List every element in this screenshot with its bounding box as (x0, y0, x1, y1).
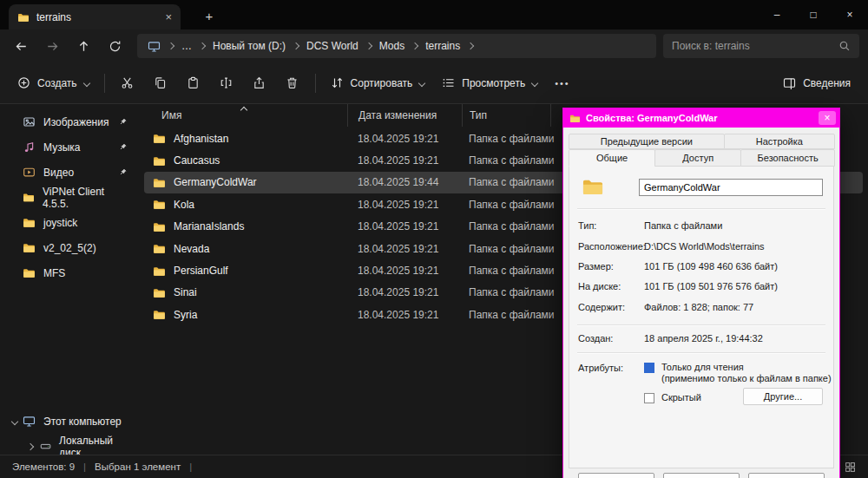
sidebar-item-videos[interactable]: Видео (4, 160, 135, 185)
window-controls: – □ × (759, 0, 868, 29)
sidebar-item-joystick[interactable]: joystick (4, 210, 135, 235)
forward-button[interactable] (36, 33, 68, 59)
file-type: Папка с файлами (462, 154, 555, 167)
breadcrumb-item-terrains[interactable]: terrains (425, 40, 460, 52)
trash-icon (286, 76, 299, 89)
back-icon (15, 40, 28, 53)
cut-button[interactable] (111, 69, 144, 98)
details-pane-icon (783, 76, 796, 89)
explorer-tab[interactable]: terrains × (9, 4, 181, 29)
delete-button[interactable] (276, 69, 309, 98)
sidebar-item-label: Изображения (43, 116, 108, 128)
tab-sharing[interactable]: Доступ (654, 149, 741, 167)
sidebar-item-pictures[interactable]: Изображения (4, 109, 135, 134)
refresh-icon (108, 40, 122, 53)
chevron-down-icon (418, 79, 425, 86)
sort-icon (331, 76, 344, 89)
column-header-type[interactable]: Тип (462, 104, 551, 127)
icons-view-icon[interactable] (845, 462, 856, 473)
file-date: 18.04.2025 19:21 (347, 286, 462, 298)
search-input[interactable]: Поиск в: terrains (663, 34, 859, 58)
copy-button[interactable] (144, 69, 177, 98)
tab-close-button[interactable]: × (165, 11, 172, 23)
cancel-button[interactable]: Отмена (663, 473, 740, 478)
command-bar: Создать Сортировать Просмотреть ••• Свед… (0, 62, 868, 104)
ok-button[interactable]: ОК (578, 473, 654, 478)
tab-security[interactable]: Безопасность (740, 149, 835, 167)
chevron-right-icon[interactable] (27, 442, 34, 449)
copy-icon (154, 76, 167, 89)
sort-label: Сортировать (351, 77, 413, 89)
create-button[interactable]: Создать (9, 69, 98, 96)
dialog-tabs-front-row: Общие Доступ Безопасность (569, 149, 834, 167)
breadcrumb[interactable]: … Новый том (D:) DCS World Mods terrains (137, 34, 656, 58)
refresh-button[interactable] (99, 33, 130, 59)
folder-name-input[interactable] (639, 179, 823, 196)
file-date: 18.04.2025 19:21 (347, 133, 462, 145)
column-header-date[interactable]: Дата изменения (347, 104, 462, 127)
readonly-checkbox[interactable] (644, 363, 654, 373)
paste-button[interactable] (177, 69, 210, 98)
folder-icon (569, 113, 581, 124)
tab-general[interactable]: Общие (569, 149, 655, 167)
ellipsis-icon: ••• (555, 78, 570, 88)
chevron-down-icon (531, 79, 538, 86)
sidebar-item-v2-02-5[interactable]: v2_02_5(2) (4, 235, 135, 260)
folder-icon (153, 154, 166, 167)
details-pane-button[interactable]: Сведения (774, 69, 859, 96)
properties-dialog: Свойства: GermanyColdWar × Предыдущие ве… (562, 108, 840, 478)
sidebar-item-vipnet[interactable]: ViPNet Client 4.5.5. (4, 185, 135, 210)
more-options-button[interactable]: ••• (546, 71, 579, 95)
apply-button[interactable]: Применить (748, 473, 825, 478)
folder-icon (17, 11, 30, 23)
back-button[interactable] (5, 33, 36, 59)
videos-icon (23, 166, 36, 179)
forward-icon (46, 40, 59, 53)
field-value-type: Папка с файлами (644, 220, 722, 231)
chevron-down-icon[interactable] (11, 417, 18, 424)
field-label-size-on-disk: На диске: (578, 281, 621, 291)
chevron-right-icon (467, 43, 474, 49)
tab-previous-versions[interactable]: Предыдущие версии (569, 134, 725, 149)
maximize-button[interactable]: □ (795, 0, 832, 29)
breadcrumb-item-mods[interactable]: Mods (379, 40, 404, 52)
column-label: Тип (470, 109, 487, 121)
file-date: 18.04.2025 19:44 (347, 176, 462, 188)
breadcrumb-item-drive[interactable]: Новый том (D:) (213, 40, 286, 52)
hidden-checkbox[interactable] (644, 393, 654, 403)
separator (577, 324, 825, 326)
field-value-contains: Файлов: 1 828; папок: 77 (644, 302, 753, 312)
share-button[interactable] (243, 69, 276, 98)
toolbar-separator (315, 74, 316, 93)
breadcrumb-item-dcs-world[interactable]: DCS World (306, 40, 358, 52)
breadcrumb-overflow[interactable]: … (181, 40, 192, 52)
up-icon (77, 40, 90, 53)
file-type: Папка с файлами (462, 133, 555, 145)
file-name: Sinai (174, 286, 197, 298)
sort-button[interactable]: Сортировать (322, 69, 434, 96)
folder-icon (153, 242, 166, 255)
tab-customize[interactable]: Настройка (724, 134, 835, 149)
minimize-button[interactable]: – (759, 0, 795, 29)
close-button[interactable]: × (832, 0, 868, 29)
file-type: Папка с файлами (462, 199, 555, 211)
view-button[interactable]: Просмотреть (433, 69, 546, 96)
sidebar-item-music[interactable]: Музыка (4, 134, 135, 160)
up-button[interactable] (68, 33, 99, 59)
new-tab-button[interactable]: + (200, 6, 219, 25)
file-type: Папка с файлами (462, 176, 555, 188)
column-header-name[interactable]: Имя (139, 104, 347, 127)
cut-icon (121, 76, 134, 89)
music-icon (23, 141, 36, 154)
sidebar-item-mfs[interactable]: MFS (4, 260, 135, 285)
dialog-close-button[interactable]: × (819, 111, 836, 125)
status-divider: | (189, 462, 192, 472)
file-date: 18.04.2025 19:21 (347, 243, 462, 255)
rename-button[interactable] (210, 69, 243, 98)
folder-icon (153, 176, 166, 189)
file-date: 18.04.2025 19:21 (347, 220, 462, 232)
sidebar-item-this-pc[interactable]: Этот компьютер (4, 409, 135, 434)
dialog-title-bar[interactable]: Свойства: GermanyColdWar × (563, 108, 839, 128)
folder-icon (153, 265, 166, 278)
other-attributes-button[interactable]: Другие... (743, 388, 823, 405)
